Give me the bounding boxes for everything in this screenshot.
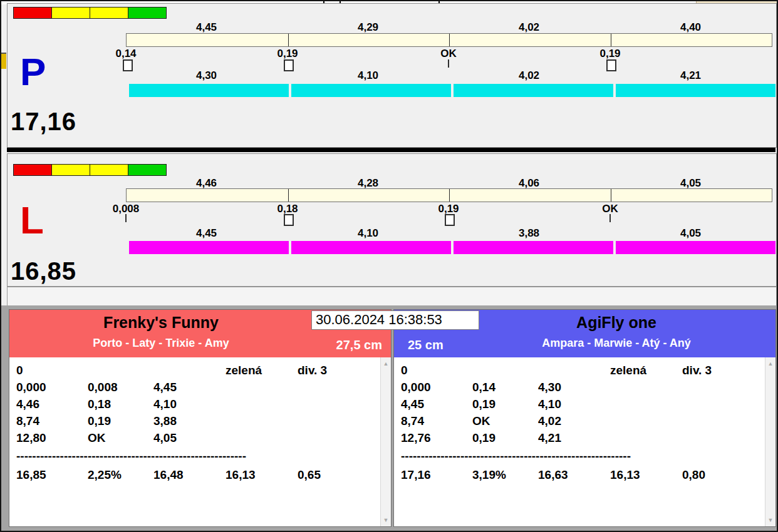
run-time-1: 4,30 [126, 69, 287, 82]
cell: 0,19 [88, 412, 153, 429]
light-green [128, 164, 167, 176]
run-time-2: 4,10 [288, 227, 449, 240]
exchange-delta-3: OK [420, 48, 477, 60]
split-row: 0,000 0,14 4,30 [394, 379, 775, 396]
cell-division: div. 3 [298, 362, 391, 379]
cell-empty [610, 412, 682, 429]
exchange-delta-4: OK [582, 203, 638, 215]
scrollbar[interactable]: ▲ ▼ [765, 357, 775, 526]
split-row: 0,000 0,008 4,45 [9, 379, 391, 396]
start-light-bar [13, 164, 167, 176]
cell-total-time: 16,85 [16, 466, 88, 483]
status-strip [7, 287, 777, 307]
summary-row: 17,16 3,19% 16,63 16,13 0,80 [394, 466, 775, 483]
exchange-marker-tick [448, 59, 449, 68]
ref-time-4: 4,05 [610, 177, 771, 190]
cell-empty [682, 412, 775, 429]
team-name: AgiFly one [466, 310, 767, 332]
ref-time-1: 4,45 [126, 21, 287, 34]
run-time-1: 4,45 [126, 227, 287, 240]
cell: OK [472, 412, 538, 429]
exchange-marker-tick [125, 214, 127, 222]
separator-row: ----------------------------------------… [9, 448, 292, 464]
light-yellow-2 [90, 7, 128, 19]
status-row: 0 zelená div. 3 [9, 362, 391, 379]
reference-bar [126, 33, 772, 47]
cell: 0,19 [472, 429, 538, 446]
ref-time-3: 4,06 [449, 177, 609, 190]
panel-divider [7, 148, 775, 152]
cell-division: div. 3 [682, 362, 775, 379]
cell: 0,000 [401, 379, 472, 396]
team-results: 0 zelená div. 3 0,000 0,14 4,30 4,45 0,1… [394, 357, 775, 526]
cell: 16,63 [538, 466, 610, 483]
run-time-3: 4,02 [449, 69, 609, 82]
run-progress-bar [129, 241, 775, 254]
cell: 0,19 [472, 396, 538, 412]
cell: 0,80 [682, 466, 775, 483]
timer-panel-p: 4,45 4,29 4,02 4,40 0,14 0,19 OK 0,19 4,… [7, 3, 777, 148]
run-segment [454, 241, 613, 254]
segment-divider [449, 189, 450, 202]
segment-divider [288, 189, 289, 202]
scroll-up-icon[interactable]: ▲ [381, 361, 391, 367]
light-green [128, 7, 167, 19]
jump-height: 25 cm [408, 338, 443, 352]
status-row: 0 zelená div. 3 [394, 362, 775, 379]
cell-empty [298, 429, 391, 446]
jump-height: 27,5 cm [336, 338, 382, 352]
ref-time-2: 4,28 [288, 177, 449, 190]
cell-empty [153, 362, 226, 379]
cell-empty [472, 362, 538, 379]
light-red [13, 164, 52, 176]
cell: 4,21 [538, 429, 610, 446]
segment-divider [288, 34, 289, 46]
segment-divider [449, 34, 450, 46]
cell: 4,02 [538, 412, 610, 429]
course-letter: L [20, 201, 44, 240]
team-members: Ampara - Marwie - Atý - Aný [466, 337, 767, 350]
scroll-up-icon[interactable]: ▲ [765, 361, 775, 367]
ref-time-4: 4,40 [610, 21, 771, 34]
team-panel-right: AgiFly one Ampara - Marwie - Atý - Aný 2… [393, 309, 776, 527]
cell: 3,88 [153, 412, 226, 429]
scroll-down-icon[interactable]: ▼ [381, 517, 391, 523]
light-yellow-1 [51, 7, 90, 19]
exchange-marker-tick [609, 214, 611, 222]
light-yellow-1 [51, 164, 90, 176]
run-time-2: 4,10 [288, 69, 449, 82]
cell: 4,10 [153, 396, 226, 412]
separator-row: ----------------------------------------… [394, 448, 677, 464]
scrollbar[interactable]: ▲ ▼ [380, 357, 391, 526]
total-time: 17,16 [11, 109, 76, 134]
reference-bar [126, 188, 772, 202]
timer-panel-l: 4,46 4,28 4,06 4,05 0,008 0,18 0,19 OK 4… [7, 153, 777, 287]
run-time-4: 4,05 [610, 227, 771, 240]
run-segment [129, 84, 289, 97]
ref-time-1: 4,46 [126, 177, 287, 190]
cell: 0,14 [472, 379, 538, 396]
course-letter: P [20, 53, 46, 91]
run-segment [129, 241, 289, 254]
cell: 4,05 [153, 429, 226, 446]
scroll-down-icon[interactable]: ▼ [765, 517, 775, 523]
cell: 16,48 [153, 466, 226, 483]
cell: 4,45 [401, 396, 472, 412]
exchange-marker-box [445, 214, 455, 226]
app-window: 4,45 4,29 4,02 4,40 0,14 0,19 OK 0,19 4,… [0, 0, 778, 532]
cell-color: zelená [226, 362, 298, 379]
cell: 8,74 [401, 412, 472, 429]
cell: 0,65 [298, 466, 391, 483]
summary-row: 16,85 2,25% 16,48 16,13 0,65 [9, 466, 391, 483]
cell: 4,30 [538, 379, 610, 396]
split-row: 12,76 0,19 4,21 [394, 429, 775, 446]
exchange-delta-2: 0,18 [259, 203, 316, 215]
cell-empty [298, 412, 391, 429]
cell-empty [226, 412, 298, 429]
cell-empty [610, 429, 682, 446]
run-segment [291, 241, 451, 254]
exchange-delta-3: 0,19 [420, 203, 477, 215]
exchange-delta-2: 0,19 [259, 48, 316, 60]
cell: 12,76 [401, 429, 472, 446]
cell: 0,008 [88, 379, 153, 396]
